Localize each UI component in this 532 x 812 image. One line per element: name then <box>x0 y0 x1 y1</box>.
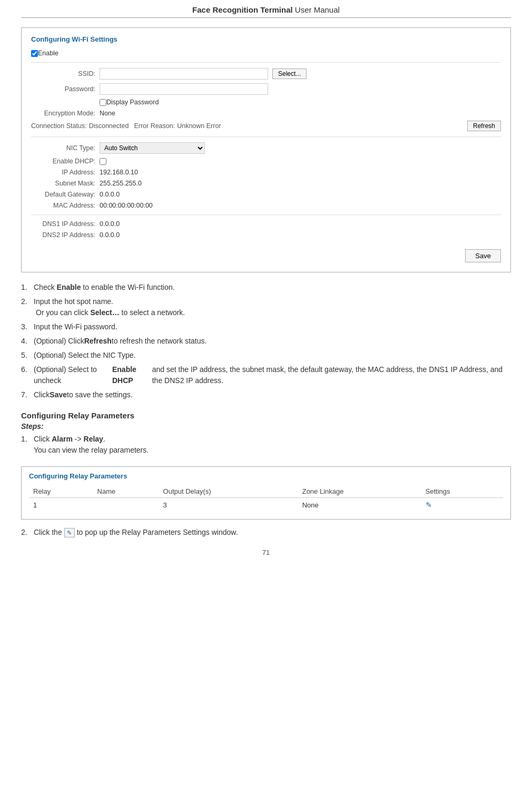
settings-edit-icon[interactable]: ✎ <box>426 501 432 509</box>
relay-step1-text: Click <box>34 435 52 443</box>
relay-cell-relay: 1 <box>29 498 93 512</box>
step2-text: Check <box>34 283 57 291</box>
enable-checkbox[interactable] <box>31 50 38 57</box>
edit-icon[interactable]: ✎ <box>64 528 75 537</box>
separator-1 <box>31 62 501 63</box>
relay-steps-label: Steps: <box>21 422 511 431</box>
col-relay: Relay <box>29 485 93 498</box>
display-password-checkbox[interactable] <box>100 99 106 106</box>
relay-step1-bold2: Relay <box>84 435 103 443</box>
relay-steps-list: Click Alarm -> Relay. You can view the r… <box>21 434 511 456</box>
ip-value: 192.168.0.10 <box>100 169 138 176</box>
separator-2 <box>31 136 501 137</box>
ssid-label: SSID: <box>31 70 100 77</box>
dns2-label: DNS2 IP Address: <box>31 231 100 239</box>
enable-label: Enable <box>38 50 58 57</box>
save-button[interactable]: Save <box>465 249 501 262</box>
step3-sub-rest: to select a network. <box>120 308 185 317</box>
step6-text: (Optional) Select the NIC Type. <box>34 350 136 361</box>
relay-step1-arrow: -> <box>73 435 84 443</box>
password-row: Password: <box>31 83 501 95</box>
relay-table: Relay Name Output Delay(s) Zone Linkage … <box>29 485 503 512</box>
step8-rest: to save the settings. <box>67 389 133 400</box>
mac-row: MAC Address: 00:00:00:00:00:00 <box>31 202 501 209</box>
table-row: 1 3 None ✎ <box>29 498 503 512</box>
wifi-config-box: Configuring Wi-Fi Settings Enable SSID: … <box>21 27 511 272</box>
relay-step1-sub: You can view the relay parameters. <box>34 446 149 454</box>
subnet-row: Subnet Mask: 255.255.255.0 <box>31 180 501 187</box>
page-title: Face Recognition Terminal User Manual <box>21 5 511 18</box>
step5-text: (Optional) Click <box>34 336 84 347</box>
step7-text: (Optional) Select to uncheck <box>34 364 112 386</box>
wifi-form: Enable SSID: Select... Password: Display… <box>31 50 501 262</box>
wifi-steps-list: Check Enable to enable the Wi-Fi functio… <box>21 282 511 400</box>
step5-rest: to refresh the network status. <box>112 336 207 347</box>
dns2-value: 0.0.0.0 <box>100 231 120 239</box>
ip-row: IP Address: 192.168.0.10 <box>31 169 501 176</box>
relay-step1-bold1: Alarm <box>52 435 73 443</box>
enable-row: Enable <box>31 50 501 57</box>
relay-step2-text: Click the <box>34 527 62 538</box>
password-input[interactable] <box>100 83 268 95</box>
select-button[interactable]: Select... <box>272 69 307 79</box>
wifi-box-title: Configuring Wi-Fi Settings <box>31 35 501 43</box>
step8-text: Click <box>34 389 50 400</box>
nic-label: NIC Type: <box>31 144 100 152</box>
relay-cell-name <box>93 498 159 512</box>
relay-config-box: Configuring Relay Parameters Relay Name … <box>21 466 511 520</box>
mac-value: 00:00:00:00:00:00 <box>100 202 153 209</box>
step-7: (Optional) Select to uncheck Enable DHCP… <box>21 364 511 386</box>
step-2: Check Enable to enable the Wi-Fi functio… <box>21 282 511 293</box>
nic-type-select[interactable]: Auto Switch <box>100 142 205 154</box>
relay-step1-rest: . <box>103 435 105 443</box>
connection-label: Connection Status: <box>31 122 87 130</box>
mac-label: MAC Address: <box>31 202 100 209</box>
relay-step-2: Click the ✎ to pop up the Relay Paramete… <box>21 527 511 538</box>
step7-bold: Enable DHCP <box>112 364 152 386</box>
step2-rest: to enable the Wi-Fi function. <box>81 283 174 291</box>
step-3: Input the hot spot name. Or you can clic… <box>21 296 511 318</box>
encryption-label: Encryption Mode: <box>31 110 100 117</box>
ssid-input[interactable] <box>100 68 268 80</box>
step-6: (Optional) Select the NIC Type. <box>21 350 511 361</box>
display-password-row: Display Password <box>100 99 501 106</box>
error-label: Error Reason: <box>134 122 175 130</box>
step-4: Input the Wi-Fi password. <box>21 321 511 332</box>
relay-section-heading: Configuring Relay Parameters <box>21 411 511 420</box>
connection-status-value: Disconnected <box>89 122 129 130</box>
step3-text: Input the hot spot name. <box>34 297 113 306</box>
col-output-delay: Output Delay(s) <box>159 485 298 498</box>
col-name: Name <box>93 485 159 498</box>
dhcp-checkbox[interactable] <box>100 158 106 165</box>
error-value: Unknown Error <box>177 122 221 130</box>
step8-bold: Save <box>50 389 67 400</box>
relay-cell-settings: ✎ <box>421 498 503 512</box>
display-password-label: Display Password <box>106 99 159 106</box>
gateway-row: Default Gateway: 0.0.0.0 <box>31 191 501 198</box>
relay-cell-output-delay: 3 <box>159 498 298 512</box>
gateway-value: 0.0.0.0 <box>100 191 120 198</box>
ssid-row: SSID: Select... <box>31 68 501 80</box>
relay-step-1: Click Alarm -> Relay. You can view the r… <box>21 434 511 456</box>
subnet-label: Subnet Mask: <box>31 180 100 187</box>
page-number: 71 <box>21 549 511 556</box>
save-row: Save <box>31 249 501 262</box>
dhcp-row: Enable DHCP: <box>31 158 501 165</box>
step5-bold: Refresh <box>84 336 112 347</box>
title-bold: Face Recognition Terminal <box>192 5 293 14</box>
relay-table-header: Relay Name Output Delay(s) Zone Linkage … <box>29 485 503 498</box>
relay-steps-list-2: Click the ✎ to pop up the Relay Paramete… <box>21 527 511 538</box>
step-8: Click Save to save the settings. <box>21 389 511 400</box>
connection-status-row: Connection Status: Disconnected Error Re… <box>31 121 501 131</box>
relay-cell-zone-linkage: None <box>298 498 421 512</box>
step2-bold: Enable <box>57 283 81 291</box>
password-label: Password: <box>31 85 100 93</box>
step3-sub-text: Or you can click <box>36 308 90 317</box>
dns1-value: 0.0.0.0 <box>100 220 120 228</box>
subnet-value: 255.255.255.0 <box>100 180 142 187</box>
refresh-button[interactable]: Refresh <box>467 121 501 131</box>
dhcp-label: Enable DHCP: <box>31 158 100 165</box>
dns1-row: DNS1 IP Address: 0.0.0.0 <box>31 220 501 228</box>
step7-rest: and set the IP address, the subnet mask,… <box>152 364 511 386</box>
step3-sub-bold: Select… <box>90 308 119 317</box>
